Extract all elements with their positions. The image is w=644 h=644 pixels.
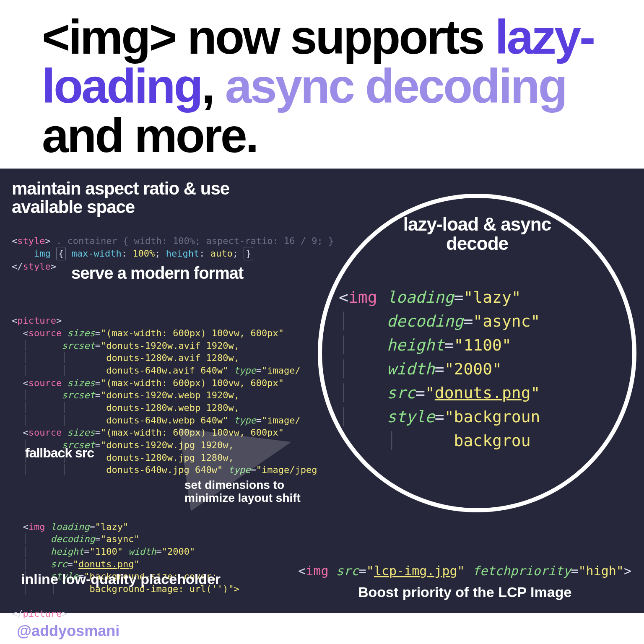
magnifier-lens: lazy-load & async decode <img loading="l… <box>318 194 636 512</box>
headline-async: async decoding <box>225 59 566 113</box>
label-inline-placeholder: inline low-quality placeholder <box>21 571 221 587</box>
label-fallback-src: fallback src <box>25 445 94 461</box>
code-panel: maintain aspect ratio & use available sp… <box>0 169 644 613</box>
code-img-fallback: <img loading="lazy" │ decoding="async" │… <box>12 508 322 633</box>
headline-rest: and more. <box>42 109 257 162</box>
label-lazy-load: lazy-load & async decode <box>397 215 557 253</box>
magnifier-pointer <box>179 413 299 511</box>
label-serve-format: serve a modern format <box>71 264 243 282</box>
magnifier-code: <img loading="lazy" │ decoding="async" │… <box>322 262 540 477</box>
headline: <img> now supports lazy-loading, async d… <box>0 0 644 169</box>
label-aspect-ratio: maintain aspect ratio & use available sp… <box>12 179 230 216</box>
lcp-block: <img src="lcp-img.jpg" fetchpriority="hi… <box>298 564 631 600</box>
label-lcp: Boost priority of the LCP Image <box>298 584 631 600</box>
headline-text-1: <img> now supports <box>42 10 495 64</box>
headline-comma: , <box>202 59 225 113</box>
